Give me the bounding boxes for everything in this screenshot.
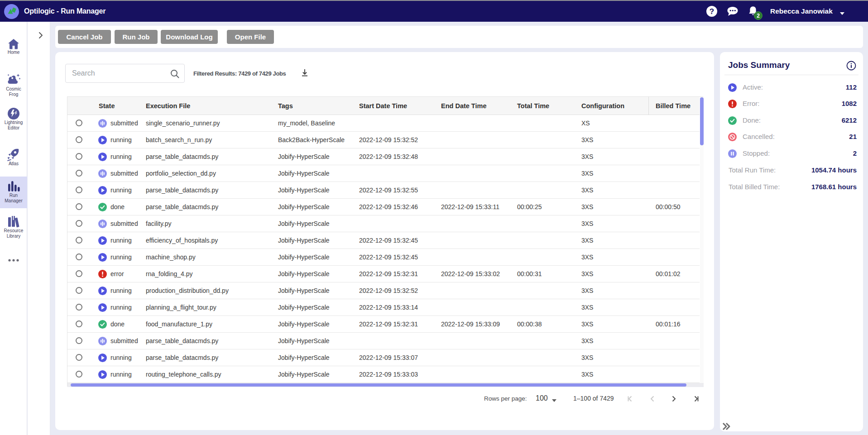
row-radio-button[interactable] — [76, 237, 82, 244]
last-page-icon[interactable] — [691, 394, 700, 403]
first-page-icon[interactable] — [626, 394, 635, 403]
table-row[interactable]: submittedportfolio_selection_dd.pyJobify… — [67, 165, 700, 182]
row-radio-button[interactable] — [76, 371, 82, 378]
row-radio-button[interactable] — [76, 220, 82, 227]
row-radio-button[interactable] — [76, 153, 82, 160]
vertical-scrollbar-thumb[interactable] — [700, 97, 704, 145]
table-row[interactable]: runningparse_table_datacmds.pyJobify-Hyp… — [67, 182, 700, 199]
row-radio-button[interactable] — [76, 320, 82, 327]
chat-icon[interactable] — [727, 5, 739, 17]
table-row[interactable]: runningproduction_distribution_dd.pyJobi… — [67, 282, 700, 299]
search-input[interactable] — [72, 64, 167, 82]
cell-start: 2022-12-09 15:32:45 — [359, 249, 418, 265]
table-row[interactable]: doneparse_table_datacmds.pyJobify-HyperS… — [67, 199, 700, 215]
table-row[interactable]: errorrna_folding_4.pyJobify-HyperScale20… — [67, 266, 700, 282]
cancel-job-button[interactable]: Cancel Job — [58, 30, 111, 44]
stopped-status-icon — [728, 149, 737, 158]
cell-file: single_scenario_runner.py — [146, 115, 220, 131]
column-header-total[interactable]: Total Time — [517, 97, 549, 115]
cell-state: running — [110, 349, 132, 366]
run-job-button[interactable]: Run Job — [115, 30, 158, 44]
download-log-button[interactable]: Download Log — [161, 30, 218, 44]
jobs-table: StateExecution FileTagsStart Date TimeEn… — [67, 96, 703, 387]
sidebar-item-atlas[interactable]: Atlas — [0, 148, 27, 167]
atlas-rocket-icon — [6, 148, 21, 161]
expand-chevron-icon[interactable] — [36, 31, 45, 40]
cell-billed: 00:01:16 — [656, 316, 681, 332]
sidebar-item-lightning-editor[interactable]: Lightning Editor — [0, 107, 27, 131]
table-row[interactable]: submittedfacility.pyJobify-HyperScale3XS — [67, 215, 700, 232]
cell-start: 2022-12-09 15:32:48 — [359, 148, 418, 165]
table-row[interactable]: submittedparse_table_datacmds.pyJobify-H… — [67, 333, 700, 349]
row-radio-button[interactable] — [76, 120, 82, 126]
row-radio-button[interactable] — [76, 354, 82, 361]
sidebar-item-cosmic-frog[interactable]: Cosmic Frog — [0, 73, 27, 97]
table-row[interactable]: submittedsingle_scenario_runner.pymy_mod… — [67, 115, 700, 132]
search-icon[interactable] — [170, 69, 180, 79]
cell-config: 3XS — [581, 165, 593, 182]
table-row[interactable]: runningefficiency_of_hospitals.pyJobify-… — [67, 232, 700, 249]
column-header-tags[interactable]: Tags — [278, 97, 293, 115]
help-icon[interactable]: ? — [706, 5, 718, 17]
running-status-icon — [98, 303, 107, 312]
table-row[interactable]: runningparse_table_datacmds.pyJobify-Hyp… — [67, 148, 700, 165]
row-radio-button[interactable] — [76, 186, 82, 193]
rows-per-page-value[interactable]: 100 — [536, 394, 548, 402]
cell-config: 3XS — [581, 249, 593, 265]
row-radio-button[interactable] — [76, 287, 82, 294]
table-row[interactable]: donefood_manufacture_1.pyJobify-HyperSca… — [67, 316, 700, 333]
collapse-panel-icon[interactable] — [721, 422, 731, 430]
row-radio-button[interactable] — [76, 170, 82, 177]
cell-config: 3XS — [581, 182, 593, 198]
next-page-icon[interactable] — [669, 394, 678, 403]
table-header-row: StateExecution FileTagsStart Date TimeEn… — [67, 97, 700, 115]
sidebar-item-run-manager[interactable]: Run Manager — [0, 180, 27, 204]
row-radio-button[interactable] — [76, 270, 82, 277]
cell-start: 2022-12-09 15:33:07 — [359, 349, 418, 366]
table-row[interactable]: runningplanning_a_flight_tour.pyJobify-H… — [67, 299, 700, 316]
sidebar-item-home[interactable]: Home — [0, 38, 27, 55]
horizontal-scrollbar-thumb[interactable] — [71, 383, 686, 387]
running-status-icon — [98, 253, 107, 262]
cell-state: running — [110, 148, 132, 165]
previous-page-icon[interactable] — [648, 394, 657, 403]
cell-file: rna_folding_4.py — [146, 266, 193, 282]
rows-per-page-caret-icon[interactable] — [551, 396, 557, 404]
user-caret-down-icon[interactable] — [839, 10, 845, 18]
cell-state: running — [110, 182, 132, 198]
summary-row-active: Active: 112 — [720, 79, 863, 96]
row-radio-button[interactable] — [76, 136, 82, 143]
sidebar-item-resource-library[interactable]: Resource Library — [0, 215, 27, 239]
cell-state: running — [110, 249, 132, 265]
row-radio-button[interactable] — [76, 203, 82, 210]
open-file-button[interactable]: Open File — [227, 30, 274, 44]
row-radio-button[interactable] — [76, 304, 82, 311]
info-icon[interactable] — [846, 61, 856, 71]
cell-tags: Jobify-HyperScale — [278, 266, 330, 282]
optilogic-logo[interactable] — [4, 4, 19, 19]
column-header-file[interactable]: Execution File — [146, 97, 190, 115]
table-row[interactable]: runningrouting_telephone_calls.pyJobify-… — [67, 366, 700, 383]
cell-file: machine_shop.py — [146, 249, 196, 265]
column-header-config[interactable]: Configuration — [581, 97, 624, 115]
divider — [724, 75, 858, 75]
filtered-results-label: Filtered Results: 7429 of 7429 Jobs — [193, 70, 286, 77]
column-header-billed[interactable]: Billed Time — [656, 97, 691, 115]
column-header-end[interactable]: End Date Time — [441, 97, 486, 115]
search-box — [65, 64, 185, 83]
table-row[interactable]: runningmachine_shop.pyJobify-HyperScale2… — [67, 249, 700, 266]
download-results-icon[interactable] — [300, 68, 309, 77]
table-row[interactable]: runningbatch_search_n_run.pyBack2Back-Hy… — [67, 132, 700, 148]
cell-file: production_distribution_dd.py — [146, 282, 229, 299]
row-radio-button[interactable] — [76, 253, 82, 260]
running-status-icon — [98, 153, 107, 161]
submitted-status-icon — [98, 119, 107, 128]
row-radio-button[interactable] — [76, 337, 82, 344]
column-header-start[interactable]: Start Date Time — [359, 97, 407, 115]
user-menu[interactable]: Rebecca Janowiak — [770, 7, 833, 15]
sidebar-item-more[interactable] — [0, 258, 27, 262]
table-row[interactable]: runningparse_table_datacmds.pyJobify-Hyp… — [67, 349, 700, 366]
column-header-state[interactable]: State — [99, 97, 115, 115]
cell-total: 00:00:25 — [517, 199, 542, 215]
cell-end: 2022-12-09 15:33:02 — [441, 266, 500, 282]
